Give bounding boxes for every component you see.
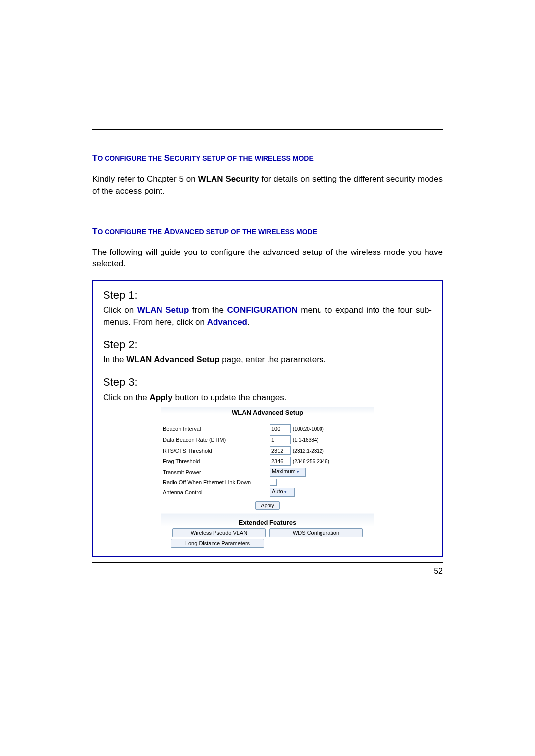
row-beacon: Beacon Interval (100:20-1000) [161, 424, 374, 433]
label-rts: RTS/CTS Threshold [161, 448, 270, 454]
bold-apply: Apply [150, 393, 173, 402]
input-beacon[interactable] [270, 424, 291, 433]
link-advanced: Advanced [207, 317, 247, 327]
text-span: Kindly refer to Chapter 5 on [92, 174, 198, 184]
page-number: 52 [92, 567, 443, 576]
hint-frag: (2346:256-2346) [293, 459, 329, 464]
row-radio: Radio Off When Ethernet Link Down [161, 479, 374, 486]
row-antenna: Antenna Control Auto▾ [161, 488, 374, 497]
paragraph-advanced: The following will guide you to configur… [92, 247, 443, 270]
step2-body: In the WLAN Advanced Setup page, enter t… [103, 354, 432, 366]
hint-dtim: (1:1-16384) [293, 437, 319, 443]
text-span: Click on the [103, 393, 150, 402]
input-dtim[interactable] [270, 435, 291, 444]
row-dtim: Data Beacon Rate (DTIM) (1:1-16384) [161, 435, 374, 444]
text-span: button to update the changes. [173, 393, 287, 402]
paragraph-security: Kindly refer to Chapter 5 on WLAN Securi… [92, 173, 443, 197]
label-radio: Radio Off When Ethernet Link Down [161, 479, 270, 485]
form-title: WLAN Advanced Setup [161, 407, 374, 424]
wlan-advanced-form: WLAN Advanced Setup Beacon Interval (100… [161, 407, 374, 548]
text-span: Click on [103, 305, 137, 315]
input-frag[interactable] [270, 457, 291, 466]
row-tx: Transmit Power Maximum▾ [161, 468, 374, 477]
label-beacon: Beacon Interval [161, 426, 270, 432]
wds-configuration-button[interactable]: WDS Configuration [269, 528, 363, 537]
hint-rts: (2312:1-2312) [293, 448, 324, 454]
label-dtim: Data Beacon Rate (DTIM) [161, 437, 270, 443]
hint-beacon: (100:20-1000) [293, 426, 324, 432]
heading-security: TO CONFIGURE THE SECURITY SETUP OF THE W… [92, 153, 443, 163]
row-frag: Frag Threshold (2346:256-2346) [161, 457, 374, 466]
label-tx: Transmit Power [161, 469, 270, 475]
step3-title: Step 3: [103, 376, 432, 389]
text-span: . [247, 317, 250, 327]
heading-advanced: TO CONFIGURE THE ADVANCED SETUP OF THE W… [92, 227, 443, 237]
select-tx-value: Maximum [272, 468, 296, 474]
input-rts[interactable] [270, 446, 291, 455]
label-antenna: Antenna Control [161, 489, 270, 495]
wireless-pseudo-vlan-button[interactable]: Wireless Pseudo VLAN [172, 528, 266, 537]
bold-wlan-advanced-setup: WLAN Advanced Setup [126, 355, 219, 364]
text-span: from the [189, 305, 227, 315]
link-configuration: CONFIGURATION [227, 305, 297, 315]
top-divider [92, 129, 443, 130]
bottom-divider [92, 562, 443, 563]
select-antenna-value: Auto [272, 488, 283, 494]
step1-title: Step 1: [103, 289, 432, 302]
bold-wlan-security: WLAN Security [198, 174, 259, 184]
steps-box: Step 1: Click on WLAN Setup from the CON… [92, 280, 443, 557]
chevron-down-icon: ▾ [297, 469, 299, 474]
text-span: In the [103, 355, 126, 364]
select-antenna[interactable]: Auto▾ [270, 488, 295, 497]
step1-body: Click on WLAN Setup from the CONFIGURATI… [103, 304, 432, 328]
text-span: page, enter the parameters. [220, 355, 326, 364]
row-rts: RTS/CTS Threshold (2312:1-2312) [161, 446, 374, 455]
label-frag: Frag Threshold [161, 458, 270, 464]
chevron-down-icon: ▾ [284, 489, 287, 494]
step2-title: Step 2: [103, 338, 432, 351]
select-tx-power[interactable]: Maximum▾ [270, 468, 306, 477]
apply-button[interactable]: Apply [255, 501, 280, 510]
extended-features-title: Extended Features [161, 513, 374, 528]
checkbox-radio-off[interactable] [270, 479, 277, 486]
link-wlan-setup: WLAN Setup [137, 305, 189, 315]
long-distance-parameters-button[interactable]: Long Distance Parameters [171, 539, 264, 548]
step3-body: Click on the Apply button to update the … [103, 392, 432, 403]
